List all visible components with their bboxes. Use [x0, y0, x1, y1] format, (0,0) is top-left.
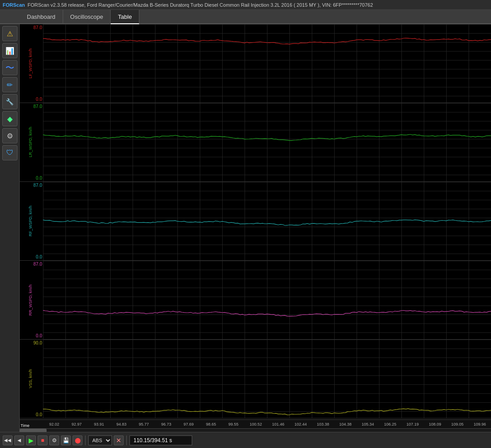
scroll-thumb[interactable] — [20, 429, 47, 432]
chart-area: 87.0LF_WSPD, km/h0.087.0LR_WSPD, km/h0.0… — [20, 24, 491, 432]
btn-settings[interactable]: ⚙ — [49, 435, 59, 445]
scroll-track[interactable] — [20, 428, 491, 432]
x-tick: 93.91 — [88, 420, 110, 428]
y-bottom-lr-wspd: 0.0 — [20, 176, 43, 181]
x-tick: 106.25 — [379, 420, 401, 428]
x-tick: 96.73 — [155, 420, 177, 428]
time-display: 110.15/394.51 s — [129, 435, 192, 445]
btn-step-back[interactable]: ◀ — [14, 435, 24, 445]
x-tick: 95.77 — [133, 420, 155, 428]
channel-label-lr-wspd: LR_WSPD, km/h — [28, 127, 34, 157]
charts-container: 87.0LF_WSPD, km/h0.087.0LR_WSPD, km/h0.0… — [20, 24, 491, 419]
x-tick: 97.69 — [177, 420, 200, 428]
x-tick: 102.44 — [289, 420, 312, 428]
y-top-lf-wspd: 87.0 — [20, 25, 43, 30]
x-tick: 101.46 — [267, 420, 289, 428]
bottom-bar: ◀◀ ◀ ▶ ■ ⚙ 💾 ⬤ ABS ✕ 110.15/394.51 s — [0, 432, 491, 448]
chart-svg-lr-wspd — [43, 103, 491, 181]
title-text: FORScan v2.3.58 release, Ford Ranger/Cou… — [28, 2, 373, 8]
tab-dashboard[interactable]: Dashboard — [20, 10, 63, 23]
x-tick: 92.97 — [65, 420, 88, 428]
chart-svg-vss — [43, 340, 491, 418]
btn-filter-clear[interactable]: ✕ — [114, 435, 124, 445]
x-tick: 100.52 — [245, 420, 267, 428]
chart-panel-lf-wspd: 87.0LF_WSPD, km/h0.0 — [20, 24, 491, 103]
btn-stop[interactable]: ■ — [38, 435, 47, 445]
tab-bar: Dashboard Oscilloscope Table — [0, 10, 491, 24]
x-axis: Time 92.0292.9793.9194.8395.7796.7397.69… — [20, 419, 491, 428]
y-top-rf-wspd: 87.0 — [20, 183, 43, 188]
x-tick: 99.55 — [222, 420, 245, 428]
x-tick: 109.96 — [469, 420, 491, 428]
chart-panel-lr-wspd: 87.0LR_WSPD, km/h0.0 — [20, 103, 491, 182]
sidebar-btn-diamond[interactable]: ◆ — [2, 111, 17, 126]
channel-label-rr-wspd: RR_WSPD, km/h — [28, 284, 34, 316]
btn-save[interactable]: 💾 — [61, 435, 71, 445]
sidebar-btn-chart[interactable]: 📊 — [2, 43, 17, 58]
chart-panel-vss: 90.0VSS, km/h0.0 — [20, 340, 491, 418]
channel-label-vss: VSS, km/h — [28, 369, 34, 388]
chart-svg-rf-wspd — [43, 182, 491, 260]
sidebar-btn-warning[interactable]: ⚠ — [2, 26, 17, 41]
y-top-rr-wspd: 87.0 — [20, 262, 43, 267]
sidebar-btn-edit[interactable]: ✏ — [2, 77, 17, 92]
title-bar: FORScan FORScan v2.3.58 release, Ford Ra… — [0, 0, 491, 10]
x-tick: 107.19 — [401, 420, 424, 428]
x-tick: 108.09 — [424, 420, 446, 428]
chart-svg-lf-wspd — [43, 24, 491, 103]
y-bottom-lf-wspd: 0.0 — [20, 97, 43, 102]
x-tick: 105.34 — [357, 420, 379, 428]
sidebar-btn-wave[interactable]: 〜 — [2, 60, 17, 75]
chart-panel-rr-wspd: 87.0RR_WSPD, km/h0.0 — [20, 261, 491, 340]
channel-label-lf-wspd: LF_WSPD, km/h — [28, 48, 34, 78]
x-tick: 103.38 — [312, 420, 334, 428]
x-tick: 104.38 — [334, 420, 357, 428]
chart-svg-rr-wspd — [43, 261, 491, 339]
sidebar-btn-wrench[interactable]: 🔧 — [2, 94, 17, 109]
btn-rewind[interactable]: ◀◀ — [3, 435, 13, 445]
filter-select[interactable]: ABS — [88, 435, 112, 445]
time-axis-label: Time — [21, 423, 30, 428]
separator-2 — [126, 435, 127, 445]
chart-panel-rf-wspd: 87.0RF_WSPD, km/h0.0 — [20, 182, 491, 261]
btn-record[interactable]: ⬤ — [73, 435, 82, 445]
x-tick: 98.65 — [200, 420, 222, 428]
app-icon: FORScan — [3, 2, 25, 8]
y-bottom-rf-wspd: 0.0 — [20, 254, 43, 259]
x-tick: 109.05 — [446, 420, 469, 428]
separator-1 — [85, 435, 86, 445]
main-area: ⚠ 📊 〜 ✏ 🔧 ◆ ⚙ 🛡 87.0LF_WSPD, km/h0.087.0… — [0, 24, 491, 432]
tab-table[interactable]: Table — [111, 10, 139, 24]
sidebar: ⚠ 📊 〜 ✏ 🔧 ◆ ⚙ 🛡 — [0, 24, 20, 432]
tab-oscilloscope[interactable]: Oscilloscope — [63, 10, 111, 23]
y-top-vss: 90.0 — [20, 340, 43, 345]
btn-play[interactable]: ▶ — [26, 435, 36, 445]
y-bottom-vss: 0.0 — [20, 412, 43, 417]
x-tick: 92.02 — [43, 420, 65, 428]
sidebar-btn-gear[interactable]: ⚙ — [2, 128, 17, 143]
y-top-lr-wspd: 87.0 — [20, 104, 43, 109]
sidebar-btn-shield[interactable]: 🛡 — [2, 145, 17, 160]
x-tick: 94.83 — [110, 420, 133, 428]
channel-label-rf-wspd: RF_WSPD, km/h — [28, 206, 34, 237]
y-bottom-rr-wspd: 0.0 — [20, 333, 43, 338]
